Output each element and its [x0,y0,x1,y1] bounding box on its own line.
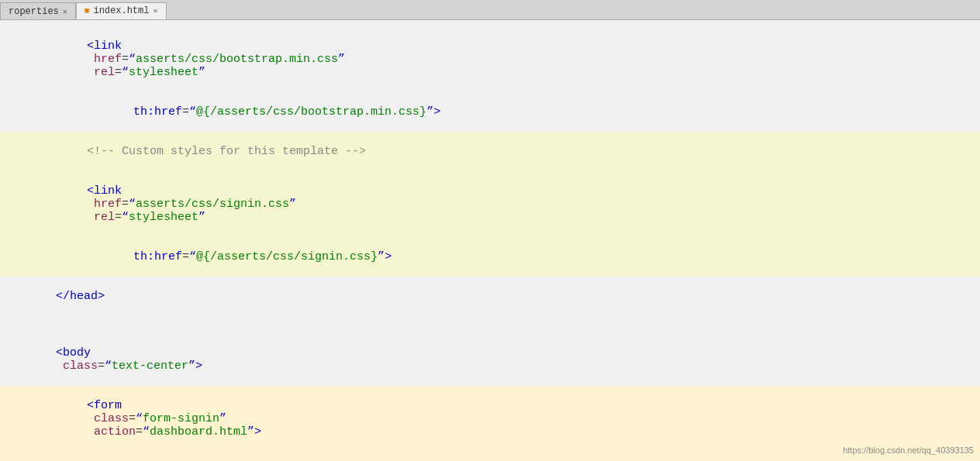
line-8-content: <body class=“text-center”> [0,333,980,386]
tab-index-label: index.html [93,5,149,16]
code-line-2: th:href=“@{/asserts/css/bootstrap.min.cs… [0,92,980,132]
line-4-content: <link href=“asserts/css/signin.css” rel=… [0,171,980,237]
code-line-1: <link href=“asserts/css/bootstrap.min.cs… [0,26,980,92]
tab-index-icon: ■ [85,6,90,15]
line-10-content: <img class=“mb-4” src=“asserts/img/boots… [0,452,980,461]
tab-properties[interactable]: roperties ✕ [0,2,76,19]
code-line-10: <img class=“mb-4” src=“asserts/img/boots… [0,452,980,461]
line-7-content [0,316,980,329]
line-6-content: </head> [0,277,980,316]
code-line-9: <form class=“form-signin” action=“dashbo… [0,386,980,452]
tab-index-html[interactable]: ■ index.html ✕ [76,2,167,19]
tab-properties-close[interactable]: ✕ [63,7,67,16]
line-9-content: <form class=“form-signin” action=“dashbo… [0,386,980,452]
code-line-5: th:href=“@{/asserts/css/signin.css}”> [0,237,980,277]
line-3-content: <!-- Custom styles for this template --> [0,132,980,171]
watermark: https://blog.csdn.net/qq_40393135 [843,446,974,455]
code-line-6: </head> [0,277,980,316]
code-line-3: <!-- Custom styles for this template --> [0,132,980,171]
tab-index-close[interactable]: ✕ [153,6,157,15]
line-5-content: th:href=“@{/asserts/css/signin.css}”> [0,237,980,277]
editor-container: roperties ✕ ■ index.html ✕ <link href=“a… [0,0,980,461]
code-line-8: <body class=“text-center”> [0,333,980,386]
code-line-4: <link href=“asserts/css/signin.css” rel=… [0,171,980,237]
line-2-content: th:href=“@{/asserts/css/bootstrap.min.cs… [0,92,980,132]
tab-properties-label: roperties [9,6,59,17]
tab-bar: roperties ✕ ■ index.html ✕ [0,0,980,20]
code-area[interactable]: <link href=“asserts/css/bootstrap.min.cs… [0,20,980,461]
code-line-7 [0,316,980,333]
line-1-content: <link href=“asserts/css/bootstrap.min.cs… [0,26,980,92]
